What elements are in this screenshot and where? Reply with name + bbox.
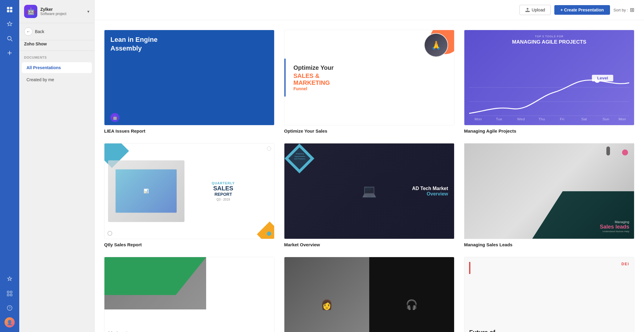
svg-rect-0 bbox=[7, 7, 9, 9]
managing-text: Managing bbox=[600, 220, 629, 224]
star-icon[interactable] bbox=[4, 18, 16, 30]
date-label: Q3 - 2019 bbox=[212, 198, 235, 201]
card-thumb-sales-report: 📊 QUARTERLY SALES REPORT Q3 - 2019 bbox=[104, 143, 274, 239]
person-right-half: 🎧 bbox=[369, 257, 454, 332]
card-thumb-content-mkt: 👥 Zylker Corporation CONTENT MARKETING C… bbox=[104, 257, 274, 332]
agile-top-label: TOP 5 TOOLS FOR bbox=[535, 35, 564, 38]
optimize-photo: 🙏 bbox=[424, 33, 448, 57]
person-left-half: 👩 bbox=[284, 257, 369, 332]
back-button[interactable]: ← Back bbox=[19, 23, 94, 40]
sales-label: SALES bbox=[212, 185, 235, 192]
card-thumb-agile: TOP 5 TOOLS FOR MANAGING AGILE PROJECTS bbox=[464, 30, 634, 125]
workspace-subtitle: Software project bbox=[40, 12, 87, 16]
liea-avatar: 🤖 bbox=[110, 113, 119, 122]
upload-icon bbox=[525, 8, 530, 12]
svg-rect-11 bbox=[10, 294, 12, 296]
svg-text:Fri: Fri bbox=[560, 117, 564, 120]
presentations-grid: Lean in EngineAssembly 🤖 LIEA Issues Rep… bbox=[104, 30, 634, 332]
sidebar-item-all-presentations[interactable]: All Presentations bbox=[22, 62, 92, 73]
documents-section-label: DOCUMENTS bbox=[19, 51, 94, 62]
upload-button[interactable]: Upload bbox=[519, 5, 551, 15]
svg-text:Mon: Mon bbox=[475, 117, 482, 120]
sidebar-item-created-by-me[interactable]: Created by me bbox=[22, 74, 92, 85]
create-presentation-label: + Create Presentation bbox=[560, 8, 604, 12]
svg-rect-2 bbox=[7, 10, 9, 12]
svg-rect-1 bbox=[10, 7, 12, 9]
svg-text:Sun: Sun bbox=[602, 117, 609, 120]
sort-icon[interactable]: ⊞ bbox=[630, 7, 634, 13]
card-title-sales-leads: Managing Sales Leads bbox=[464, 242, 634, 247]
optimize-sales-text: SALES & bbox=[293, 72, 449, 79]
card-title-liea: LIEA Issues Report bbox=[104, 128, 274, 134]
svg-text:Level: Level bbox=[597, 76, 608, 80]
optimize-main-text: Optimize Your bbox=[293, 64, 449, 71]
liea-main-text: Lean in EngineAssembly bbox=[110, 35, 157, 53]
card-title-market: Market Overview bbox=[284, 242, 454, 247]
presentation-card-agile[interactable]: TOP 5 TOOLS FOR MANAGING AGILE PROJECTS bbox=[464, 30, 634, 134]
agile-main-text: MANAGING AGILE PROJECTS bbox=[512, 39, 587, 45]
workspace-logo: 🤖 bbox=[24, 5, 37, 18]
sort-by-label: Sort by : ⊞ bbox=[614, 7, 634, 13]
agile-chart: Level Mon Tue Wed Thu Fri Sat Sun Mon bbox=[469, 73, 629, 120]
presentation-card-person[interactable]: 👩 🎧 bbox=[284, 257, 454, 332]
sidebar-header: 🤖 Zylker Software project ▾ bbox=[19, 0, 94, 23]
svg-line-5 bbox=[11, 40, 12, 41]
created-by-me-label: Created by me bbox=[26, 77, 54, 82]
quarterly-label: QUARTERLY bbox=[212, 181, 235, 185]
toolbar: Upload + Create Presentation Sort by : ⊞ bbox=[94, 0, 644, 20]
leads-text: Sales leads bbox=[600, 224, 629, 230]
sales-leads-label: Managing Sales leads Understand Nurture … bbox=[600, 220, 629, 233]
design-main-text: Future ofDesign Systems bbox=[469, 329, 516, 332]
svg-text:Wed: Wed bbox=[517, 117, 525, 120]
nav-bar: ? 👤 bbox=[0, 0, 19, 332]
card-title-sales-report: Qtly Sales Report bbox=[104, 242, 274, 247]
card-thumb-sales-leads: Managing Sales leads Understand Nurture … bbox=[464, 143, 634, 239]
presentation-card-design[interactable]: DEI Future ofDesign Systems Every Design… bbox=[464, 257, 634, 332]
all-presentations-label: All Presentations bbox=[26, 65, 61, 70]
optimize-marketing-text: MARKETING bbox=[293, 79, 449, 86]
svg-rect-9 bbox=[10, 291, 12, 293]
upload-label: Upload bbox=[532, 8, 545, 12]
market-right-content: AD Tech Market Overview bbox=[412, 186, 448, 197]
presentation-card-liea[interactable]: Lean in EngineAssembly 🤖 LIEA Issues Rep… bbox=[104, 30, 274, 134]
svg-rect-8 bbox=[7, 291, 9, 293]
market-accent-text: Overview bbox=[412, 191, 448, 197]
svg-text:?: ? bbox=[9, 306, 11, 310]
search-icon[interactable] bbox=[4, 32, 16, 45]
app-name: Zoho Show bbox=[19, 40, 94, 51]
pin-icon[interactable] bbox=[4, 273, 16, 285]
grid-icon[interactable] bbox=[4, 287, 16, 300]
presentation-card-sales-report[interactable]: 📊 QUARTERLY SALES REPORT Q3 - 2019 bbox=[104, 143, 274, 247]
svg-text:Tue: Tue bbox=[496, 117, 502, 120]
presentation-card-sales-leads[interactable]: Managing Sales leads Understand Nurture … bbox=[464, 143, 634, 247]
create-presentation-button[interactable]: + Create Presentation bbox=[554, 5, 610, 15]
layers-icon[interactable] bbox=[4, 4, 16, 16]
optimize-funnel-text: Funnel bbox=[293, 86, 449, 91]
design-red-accent bbox=[469, 262, 470, 274]
card-thumb-optimize: 🙏 Optimize Your SALES & MARKETING Funnel bbox=[284, 30, 454, 125]
main-content: Upload + Create Presentation Sort by : ⊞… bbox=[94, 0, 644, 332]
presentation-card-market[interactable]: 💻 AnalyzingOpportunitiesand Problems AD … bbox=[284, 143, 454, 247]
card-thumb-liea: Lean in EngineAssembly 🤖 bbox=[104, 30, 274, 125]
sales-report-diamond-br bbox=[257, 221, 274, 238]
dei-label: DEI bbox=[621, 262, 629, 266]
svg-rect-10 bbox=[7, 294, 9, 296]
back-arrow-icon: ← bbox=[24, 27, 33, 36]
card-title-optimize: Optimize Your Sales bbox=[284, 128, 454, 134]
sidebar: 🤖 Zylker Software project ▾ ← Back Zoho … bbox=[19, 0, 94, 332]
add-icon[interactable] bbox=[4, 47, 16, 59]
presentation-card-optimize[interactable]: 🙏 Optimize Your SALES & MARKETING Funnel… bbox=[284, 30, 454, 134]
svg-rect-3 bbox=[10, 10, 12, 12]
back-label: Back bbox=[35, 29, 44, 34]
card-title-agile: Managing Agile Projects bbox=[464, 128, 634, 134]
presentations-grid-area: Lean in EngineAssembly 🤖 LIEA Issues Rep… bbox=[94, 20, 644, 332]
presentation-card-content-mkt[interactable]: 👥 Zylker Corporation CONTENT MARKETING C… bbox=[104, 257, 274, 332]
workspace-name: Zylker bbox=[40, 7, 87, 12]
avatar-icon[interactable]: 👤 bbox=[4, 316, 16, 328]
optimize-left-bar bbox=[284, 59, 286, 97]
workspace-info: Zylker Software project bbox=[40, 7, 87, 16]
card-thumb-person: 👩 🎧 bbox=[284, 257, 454, 332]
workspace-chevron-icon[interactable]: ▾ bbox=[87, 9, 89, 14]
svg-text:Mon: Mon bbox=[619, 117, 626, 120]
help-icon[interactable]: ? bbox=[4, 302, 16, 314]
